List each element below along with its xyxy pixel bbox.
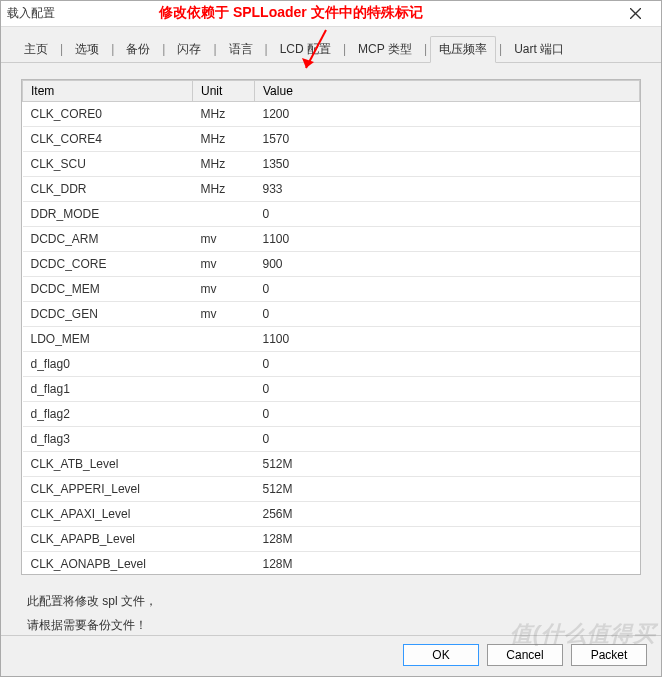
tab-separator: | [498, 42, 503, 56]
cell-item: DCDC_CORE [23, 252, 193, 277]
cell-unit: mv [193, 227, 255, 252]
table-row[interactable]: DCDC_GENmv0 [23, 302, 640, 327]
cell-value: 1200 [255, 102, 640, 127]
table-row[interactable]: CLK_APAPB_Level128M [23, 527, 640, 552]
tab-separator: | [59, 42, 64, 56]
cell-value: 128M [255, 552, 640, 576]
packet-button[interactable]: Packet [571, 644, 647, 666]
table-row[interactable]: LDO_MEM1100 [23, 327, 640, 352]
cell-item: d_flag0 [23, 352, 193, 377]
cell-item: CLK_APPERI_Level [23, 477, 193, 502]
table-row[interactable]: CLK_SCUMHz1350 [23, 152, 640, 177]
tab-1[interactable]: 选项 [66, 36, 108, 63]
cell-unit: MHz [193, 152, 255, 177]
tab-7[interactable]: 电压频率 [430, 36, 496, 63]
table-row[interactable]: DCDC_MEMmv0 [23, 277, 640, 302]
col-item[interactable]: Item [23, 81, 193, 102]
col-value[interactable]: Value [255, 81, 640, 102]
cell-unit [193, 352, 255, 377]
cell-item: DCDC_MEM [23, 277, 193, 302]
cell-item: d_flag1 [23, 377, 193, 402]
cell-item: DCDC_GEN [23, 302, 193, 327]
cell-unit [193, 502, 255, 527]
tab-separator: | [264, 42, 269, 56]
tab-separator: | [423, 42, 428, 56]
table-header-row: Item Unit Value [23, 81, 640, 102]
table-row[interactable]: DCDC_ARMmv1100 [23, 227, 640, 252]
dialog-window: 载入配置 修改依赖于 SPLLoader 文件中的特殊标记 主页|选项|备份|闪… [0, 0, 662, 677]
table-row[interactable]: d_flag30 [23, 427, 640, 452]
table-row[interactable]: d_flag10 [23, 377, 640, 402]
close-button[interactable] [615, 2, 655, 26]
table-row[interactable]: CLK_ATB_Level512M [23, 452, 640, 477]
tab-separator: | [110, 42, 115, 56]
cell-item: CLK_CORE0 [23, 102, 193, 127]
cell-unit: mv [193, 277, 255, 302]
cell-item: CLK_AONAPB_Level [23, 552, 193, 576]
cell-value: 256M [255, 502, 640, 527]
table-row[interactable]: CLK_APPERI_Level512M [23, 477, 640, 502]
cell-unit: MHz [193, 102, 255, 127]
table-row[interactable]: d_flag00 [23, 352, 640, 377]
cell-unit [193, 427, 255, 452]
table-row[interactable]: DDR_MODE0 [23, 202, 640, 227]
cell-value: 0 [255, 277, 640, 302]
tab-0[interactable]: 主页 [15, 36, 57, 63]
table-row[interactable]: d_flag20 [23, 402, 640, 427]
table-row[interactable]: CLK_APAXI_Level256M [23, 502, 640, 527]
cell-unit [193, 377, 255, 402]
cell-item: CLK_APAXI_Level [23, 502, 193, 527]
table-row[interactable]: CLK_CORE4MHz1570 [23, 127, 640, 152]
cell-unit: MHz [193, 127, 255, 152]
cell-item: CLK_ATB_Level [23, 452, 193, 477]
cell-value: 1350 [255, 152, 640, 177]
config-table: Item Unit Value CLK_CORE0MHz1200CLK_CORE… [22, 80, 640, 575]
tab-3[interactable]: 闪存 [168, 36, 210, 63]
tab-content: Item Unit Value CLK_CORE0MHz1200CLK_CORE… [1, 63, 661, 635]
col-unit[interactable]: Unit [193, 81, 255, 102]
tab-separator: | [342, 42, 347, 56]
close-icon [630, 8, 641, 19]
ok-button[interactable]: OK [403, 644, 479, 666]
table-row[interactable]: CLK_DDRMHz933 [23, 177, 640, 202]
table-row[interactable]: DCDC_COREmv900 [23, 252, 640, 277]
cell-unit [193, 202, 255, 227]
cell-unit: MHz [193, 177, 255, 202]
cell-item: DDR_MODE [23, 202, 193, 227]
tab-2[interactable]: 备份 [117, 36, 159, 63]
cell-unit [193, 327, 255, 352]
cell-value: 1100 [255, 227, 640, 252]
cell-value: 512M [255, 477, 640, 502]
tab-8[interactable]: Uart 端口 [505, 36, 573, 63]
cell-unit [193, 552, 255, 576]
cell-value: 512M [255, 452, 640, 477]
cell-item: d_flag3 [23, 427, 193, 452]
tab-separator: | [161, 42, 166, 56]
cancel-button[interactable]: Cancel [487, 644, 563, 666]
note-line-1: 此配置将修改 spl 文件， [27, 589, 635, 613]
cell-value: 1570 [255, 127, 640, 152]
cell-unit [193, 452, 255, 477]
annotation-text: 修改依赖于 SPLLoader 文件中的特殊标记 [159, 4, 423, 22]
table-row[interactable]: CLK_AONAPB_Level128M [23, 552, 640, 576]
titlebar: 载入配置 修改依赖于 SPLLoader 文件中的特殊标记 [1, 1, 661, 27]
cell-unit: mv [193, 252, 255, 277]
cell-value: 0 [255, 302, 640, 327]
cell-item: DCDC_ARM [23, 227, 193, 252]
note-line-2: 请根据需要备份文件！ [27, 613, 635, 635]
cell-value: 0 [255, 377, 640, 402]
notes: 此配置将修改 spl 文件， 请根据需要备份文件！ [21, 575, 641, 635]
cell-value: 933 [255, 177, 640, 202]
tab-4[interactable]: 语言 [220, 36, 262, 63]
table-row[interactable]: CLK_CORE0MHz1200 [23, 102, 640, 127]
cell-value: 0 [255, 202, 640, 227]
cell-item: CLK_APAPB_Level [23, 527, 193, 552]
window-title: 载入配置 [7, 5, 55, 22]
cell-item: CLK_CORE4 [23, 127, 193, 152]
tab-5[interactable]: LCD 配置 [271, 36, 340, 63]
cell-item: CLK_DDR [23, 177, 193, 202]
cell-value: 1100 [255, 327, 640, 352]
tab-6[interactable]: MCP 类型 [349, 36, 421, 63]
cell-unit: mv [193, 302, 255, 327]
config-table-wrap[interactable]: Item Unit Value CLK_CORE0MHz1200CLK_CORE… [21, 79, 641, 575]
